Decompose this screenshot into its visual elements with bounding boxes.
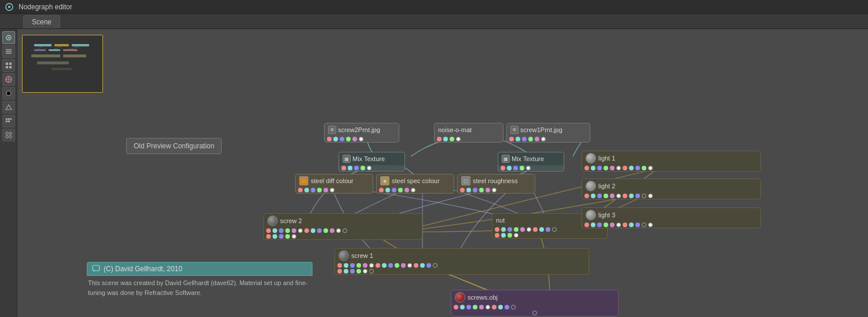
node-screw2[interactable]: screw 2 [263,213,422,240]
steel-roughness-header: ▢ steel roughness [458,174,535,187]
node-screw2prnt[interactable]: ⊞ screw2Prnt.jpg [324,123,399,143]
svg-rect-31 [52,68,72,70]
svg-rect-30 [37,61,69,64]
node-screw1[interactable]: screw 1 [334,248,589,275]
screw1prnt-ports [507,136,590,142]
screw2prnt-icon: ⊞ [328,126,336,134]
svg-rect-17 [8,121,10,122]
mix-texture-1-header: ▦ Mix Texture [339,152,404,165]
light1-ports [582,165,760,171]
toolbar-btn-1[interactable] [2,45,15,58]
light3-sphere [586,210,596,220]
svg-rect-23 [54,44,69,46]
mix1-icon: ▦ [343,155,351,163]
title-bar: Nodegraph editor [0,0,868,14]
svg-rect-20 [6,136,8,138]
noise-ports [435,136,503,142]
screw2prnt-ports [325,136,399,142]
node-mix-texture-2[interactable]: ▦ Mix Texture [498,152,564,172]
node-screw2prnt-header: ⊞ screw2Prnt.jpg [325,123,399,136]
svg-rect-13 [6,118,8,120]
toolbar-btn-3[interactable] [2,73,15,86]
steel-diff-ports [296,187,373,193]
svg-rect-6 [6,53,12,54]
node-screw1prnt-header: ⊞ screw1Prnt.jpg [507,123,590,136]
screw1-ports-top [335,263,589,268]
toolbar-btn-6[interactable] [2,115,15,127]
screwsobj-sphere [455,292,465,303]
screwsobj-ports-top [451,304,618,310]
svg-point-3 [8,37,9,39]
node-noise-o-mat[interactable]: noise-o-mat [434,123,503,143]
node-noise-header: noise-o-mat [435,123,503,136]
svg-rect-26 [49,49,60,51]
node-steel-roughness[interactable]: ▢ steel roughness [457,174,535,194]
svg-rect-4 [6,49,12,50]
svg-rect-10 [9,66,12,68]
app-title: Nodegraph editor [19,3,72,11]
screw2-ports-top [264,228,422,234]
light2-sphere [586,181,596,191]
steel-roughness-ports [458,187,535,193]
steel-diff-icon: □ [299,176,308,185]
node-screws-obj[interactable]: screws.obj [451,290,619,316]
toolbar-btn-0[interactable] [2,31,15,44]
toolbar-btn-4[interactable] [2,87,15,100]
svg-rect-15 [10,118,12,120]
app-icon [5,2,14,12]
screw2-sphere [267,216,278,226]
main-area: Old Preview Configuration ⊞ screw2Prnt.j… [0,29,868,317]
node-screw1prnt[interactable]: ⊞ screw1Prnt.jpg [506,123,590,143]
mix2-icon: ▦ [502,155,510,163]
node-light1[interactable]: light 1 [582,151,761,172]
left-toolbar [0,29,17,317]
credit-header: (C) David Gellhardt, 2010 [87,262,312,276]
svg-rect-18 [6,132,8,134]
node-light2[interactable]: light 2 [582,178,761,199]
light1-sphere [586,153,596,163]
svg-rect-22 [34,44,52,46]
screw2-header: screw 2 [264,214,422,228]
toolbar-btn-5[interactable] [2,101,15,114]
svg-rect-28 [31,54,60,57]
svg-line-34 [69,46,80,49]
svg-point-1 [8,6,10,8]
screw1-sphere [339,250,349,261]
screw2-ports-bottom [264,234,422,239]
light3-ports [582,222,760,228]
svg-rect-29 [63,54,86,57]
minimap[interactable] [22,35,103,93]
light1-header: light 1 [582,151,760,165]
light2-ports [582,193,760,199]
credit-body: This scene was created by David Gellhard… [87,276,312,300]
light3-header: light 3 [582,208,760,222]
steel-spec-ports [377,187,454,193]
toolbar-btn-7[interactable] [2,129,15,141]
toolbar-btn-2[interactable] [2,59,15,72]
svg-rect-24 [72,44,89,46]
screwsobj-ports-bottom [451,310,618,316]
config-box: Old Preview Configuration [126,138,222,154]
svg-rect-21 [9,136,12,138]
svg-rect-27 [63,49,78,51]
svg-rect-19 [9,132,12,134]
svg-rect-5 [6,51,12,52]
screws-obj-header: screws.obj [451,290,618,304]
node-steel-spec[interactable]: ◈ steel spec colour [376,174,454,194]
mix-texture-2-header: ▦ Mix Texture [498,152,564,165]
steel-spec-header: ◈ steel spec colour [377,174,454,187]
svg-rect-14 [8,118,10,120]
scene-tab[interactable]: Scene [23,15,60,28]
svg-rect-36 [93,265,100,271]
screw1prnt-icon: ⊞ [510,126,518,134]
screw1-ports-bottom [335,268,589,274]
canvas-area[interactable]: Old Preview Configuration ⊞ screw2Prnt.j… [17,29,868,317]
svg-rect-25 [34,49,46,51]
tab-bar: Scene [0,14,868,29]
config-label: Old Preview Configuration [134,142,214,150]
node-steel-diff[interactable]: □ steel diff colour [295,174,373,194]
node-light3[interactable]: light 3 [582,207,761,228]
steel-rough-icon: ▢ [461,176,470,185]
node-mix-texture-1[interactable]: ▦ Mix Texture [339,152,405,172]
svg-rect-7 [6,63,8,65]
